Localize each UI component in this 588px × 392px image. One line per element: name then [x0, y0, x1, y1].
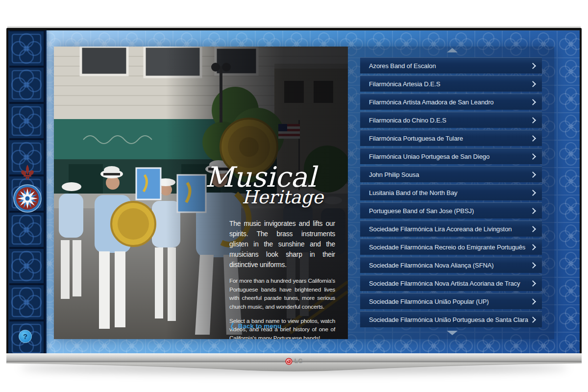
lg-logo-text: LG: [294, 358, 303, 365]
scroll-down-arrow[interactable]: [447, 331, 458, 335]
help-button[interactable]: ?: [19, 330, 32, 343]
chevron-right-icon: [530, 190, 536, 196]
band-list-item[interactable]: Sociedade Filarmónica União Portuguesa d…: [360, 311, 542, 327]
sidebar-emblems: [8, 162, 47, 227]
band-list-item[interactable]: Lusitania Band of the North Bay: [360, 184, 542, 200]
band-list-item[interactable]: Sociedade Filarmónica Lira Acoreana de L…: [360, 220, 542, 237]
band-name: Filarmónica Artista Amadora de San Leand…: [369, 98, 494, 106]
band-name: Sociedade Filarmónica União Popular (UP): [369, 298, 489, 305]
page-title-line2: Heritage: [177, 188, 344, 206]
band-name: Sociedade Filarmónica Nova Artista Acori…: [369, 280, 520, 287]
band-name: Sociedade Filarmónica Lira Acoreana de L…: [369, 225, 512, 233]
back-to-menu-label: Back to menu: [238, 322, 282, 330]
chevron-right-icon: [530, 135, 536, 142]
chevron-right-icon: [530, 172, 536, 178]
band-list-item[interactable]: Filarmónica Uniao Portugesa de San Diego: [360, 148, 542, 164]
band-list-item[interactable]: Sociedade Filarmónica União Popular (UP): [360, 293, 542, 309]
lg-logo-icon: [285, 358, 293, 365]
band-list-item[interactable]: Azores Band of Escalon: [360, 57, 542, 74]
chevron-right-icon: [530, 63, 536, 69]
chevron-left-icon: ❮: [230, 322, 234, 330]
chevron-right-icon: [530, 117, 536, 123]
band-name: Filarmónica Portuguesa de Tulare: [369, 135, 463, 142]
decorative-sidebar: ?: [8, 30, 47, 353]
band-name: Lusitania Band of the North Bay: [369, 189, 457, 196]
chevron-right-icon: [530, 298, 536, 305]
chevron-right-icon: [530, 226, 536, 232]
intro-paragraph: The music invigorates and lifts our spir…: [229, 219, 335, 270]
band-list: Azores Band of Escalon Filarmónica Artes…: [360, 57, 542, 329]
page-title: Musical Heritage: [177, 163, 344, 206]
history-paragraph: For more than a hundred years California…: [229, 277, 335, 312]
band-list-item[interactable]: Sociedade Filarmónica Nova Artista Acori…: [360, 275, 542, 291]
fleur-de-lis-icon: [21, 165, 34, 180]
band-list-item[interactable]: John Philip Sousa: [360, 166, 542, 182]
lg-logo: LG: [0, 357, 588, 366]
band-list-item[interactable]: Filarmónica Artista Amadora de San Leand…: [360, 94, 542, 110]
band-list-item[interactable]: Filarmónica Artesia D.E.S: [360, 75, 542, 92]
parade-photo: Musical Heritage The music invigorates a…: [54, 47, 348, 339]
chevron-right-icon: [530, 208, 536, 214]
band-name: John Philip Sousa: [369, 171, 419, 178]
band-list-panel: Azores Band of Escalon Filarmónica Artes…: [348, 47, 554, 339]
band-name: Azores Band of Escalon: [369, 62, 436, 70]
band-name: Sociedade Filarmónica Nova Aliança (SFNA…: [369, 262, 494, 269]
band-list-item[interactable]: Portuguese Band of San Jose (PBSJ): [360, 202, 542, 219]
chevron-right-icon: [530, 244, 536, 250]
band-list-item[interactable]: Sociedade Filarmónica Recreio do Emigran…: [360, 239, 542, 255]
band-name: Filarmónica Artesia D.E.S: [369, 80, 441, 88]
chevron-right-icon: [530, 280, 536, 287]
scroll-up-arrow[interactable]: [447, 48, 458, 52]
band-name: Sociedade Filarmónica União Portuguesa d…: [369, 316, 528, 323]
chevron-right-icon: [530, 81, 536, 87]
band-list-item[interactable]: Filarmónica Portuguesa de Tulare: [360, 130, 542, 146]
band-name: Filarmonica do Chino D.E.S: [369, 117, 446, 124]
band-name: Sociedade Filarmónica Recreio do Emigran…: [369, 244, 525, 251]
content-panel: Musical Heritage The music invigorates a…: [54, 47, 554, 339]
chevron-right-icon: [530, 317, 536, 323]
band-name: Portuguese Band of San Jose (PBSJ): [369, 207, 474, 215]
chevron-right-icon: [530, 262, 536, 269]
chevron-right-icon: [530, 99, 536, 105]
compass-rose-icon: [14, 185, 41, 212]
band-name: Filarmónica Uniao Portugesa de San Diego: [369, 153, 490, 160]
band-list-item[interactable]: Filarmonica do Chino D.E.S: [360, 112, 542, 128]
back-to-menu-button[interactable]: ❮Back to menu: [229, 322, 335, 330]
tv-screen: ?: [8, 30, 580, 353]
chevron-right-icon: [530, 153, 536, 160]
band-list-item[interactable]: Sociedade Filarmónica Nova Aliança (SFNA…: [360, 257, 542, 273]
hero-copy: The music invigorates and lifts our spir…: [229, 219, 335, 339]
